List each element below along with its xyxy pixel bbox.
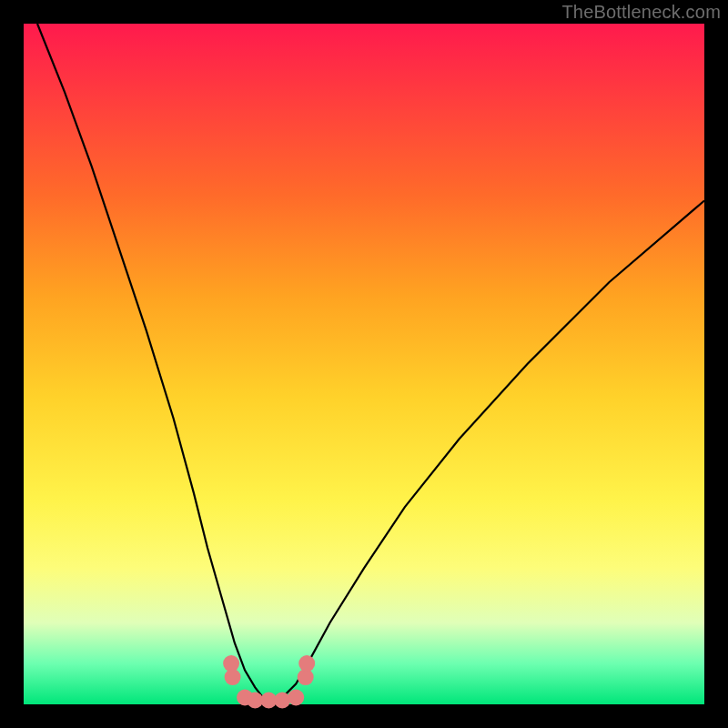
right-curve-line xyxy=(276,201,704,703)
bottom-marker xyxy=(288,690,304,706)
chart-frame: TheBottleneck.com xyxy=(0,0,728,728)
chart-plot-area xyxy=(24,24,704,704)
bottom-marker xyxy=(225,669,241,685)
bottom-marker xyxy=(298,655,315,672)
left-curve-line xyxy=(37,24,276,702)
bottom-markers-group xyxy=(223,655,315,708)
watermark-text: TheBottleneck.com xyxy=(561,2,721,23)
bottom-marker xyxy=(274,693,290,709)
chart-svg xyxy=(24,24,704,704)
